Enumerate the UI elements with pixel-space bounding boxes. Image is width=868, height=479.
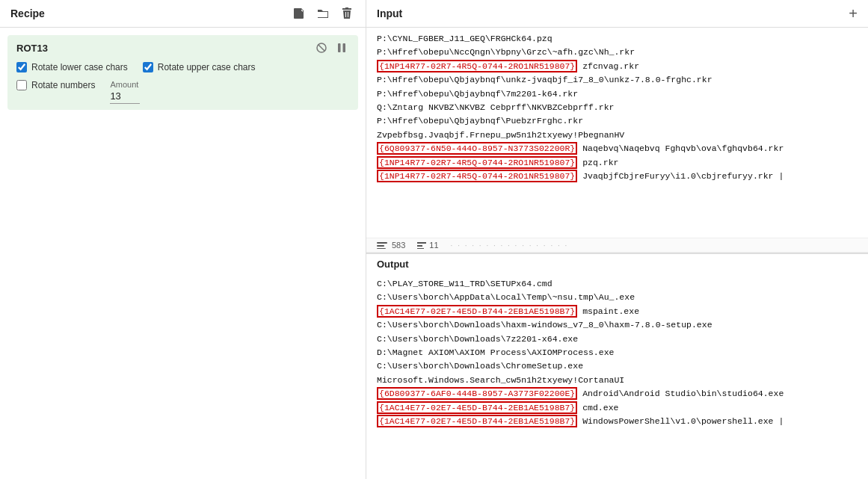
output-title: Output	[366, 254, 868, 273]
rotate-upper-label[interactable]: Rotate upper case chars	[143, 62, 256, 72]
amount-label: Amount	[110, 80, 140, 89]
highlighted-input-3: {1NP14R77-02R7-4R5Q-0744-2RO1NR519807}	[377, 156, 577, 169]
recipe-item-header: ROT13	[16, 41, 349, 55]
left-panel: Recipe ROT13	[0, 0, 366, 479]
highlighted-input-2: {6Q809377-6N50-444O-8957-N3773S02200R}	[377, 142, 577, 155]
rotate-lower-checkbox[interactable]	[16, 62, 27, 72]
svg-rect-4	[377, 242, 387, 244]
svg-rect-5	[377, 245, 384, 247]
open-folder-button[interactable]	[314, 6, 333, 21]
input-status-bar: 583 11 · · · · · · · · · · · · · · · · ·	[366, 238, 868, 253]
pause-recipe-button[interactable]	[334, 41, 349, 55]
highlighted-output-3: {1AC14E77-02E7-4E5D-B744-2EB1AE5198B7}	[377, 401, 577, 414]
rotate-upper-checkbox[interactable]	[143, 62, 153, 72]
delete-button[interactable]	[339, 6, 355, 21]
amount-field: Amount 13	[110, 80, 140, 104]
disable-recipe-button[interactable]	[313, 41, 330, 55]
add-input-button[interactable]: +	[849, 6, 858, 21]
highlighted-output-2: {6D809377-6AF0-444B-8957-A3773F02200E}	[377, 387, 577, 400]
svg-rect-6	[377, 248, 386, 249]
recipe-header-icons	[290, 6, 355, 21]
rotate-lower-label[interactable]: Rotate lower case chars	[16, 62, 128, 72]
rotate-numbers-label[interactable]: Rotate numbers	[16, 80, 95, 90]
char-count: 583	[377, 241, 405, 250]
rotate-options-row2: Rotate numbers Amount 13	[16, 80, 349, 104]
recipe-panel-header: Recipe	[0, 0, 366, 28]
highlighted-input-1: {1NP14R77-02R7-4R5Q-0744-2RO1NR519807}	[377, 60, 577, 72]
svg-line-1	[318, 45, 325, 52]
input-code-area[interactable]: P:\CYNL_FGBER_J11_GEQ\FRGHCk64.pzq P:\Hf…	[366, 28, 868, 238]
highlighted-output-1: {1AC14E77-02E7-4E5D-B744-2EB1AE5198B7}	[377, 305, 577, 318]
rot13-recipe-item: ROT13 Rotate lower	[7, 35, 358, 110]
output-code-area[interactable]: C:\PLAY_STORE_W11_TRD\SETUPx64.cmd C:\Us…	[366, 273, 868, 479]
line-count: 11	[417, 241, 438, 250]
rotate-numbers-checkbox[interactable]	[16, 80, 27, 90]
output-section: Output C:\PLAY_STORE_W11_TRD\SETUPx64.cm…	[366, 254, 868, 479]
svg-rect-3	[343, 43, 346, 52]
amount-value[interactable]: 13	[110, 90, 140, 104]
input-section: P:\CYNL_FGBER_J11_GEQ\FRGHCk64.pzq P:\Hf…	[366, 28, 868, 254]
highlighted-output-4: {1AC14E77-02E7-4E5D-B744-2EB1AE5198B7}	[377, 415, 577, 427]
recipe-item-controls	[313, 41, 349, 55]
svg-rect-2	[338, 43, 341, 52]
status-divider: · · · · · · · · · · · · · · · · ·	[451, 241, 569, 250]
recipe-title: Recipe	[10, 7, 45, 19]
highlighted-input-4: {1NP14R77-02R7-4R5Q-0744-2RO1NR519807}	[377, 170, 577, 182]
input-panel-header: Input +	[366, 0, 868, 28]
save-button[interactable]	[290, 6, 308, 21]
rotate-options-row1: Rotate lower case chars Rotate upper cas…	[16, 62, 349, 72]
recipe-name: ROT13	[16, 43, 48, 54]
right-panel: Input + P:\CYNL_FGBER_J11_GEQ\FRGHCk64.p…	[366, 0, 868, 479]
io-section: P:\CYNL_FGBER_J11_GEQ\FRGHCk64.pzq P:\Hf…	[366, 28, 868, 479]
input-title: Input	[377, 7, 402, 19]
